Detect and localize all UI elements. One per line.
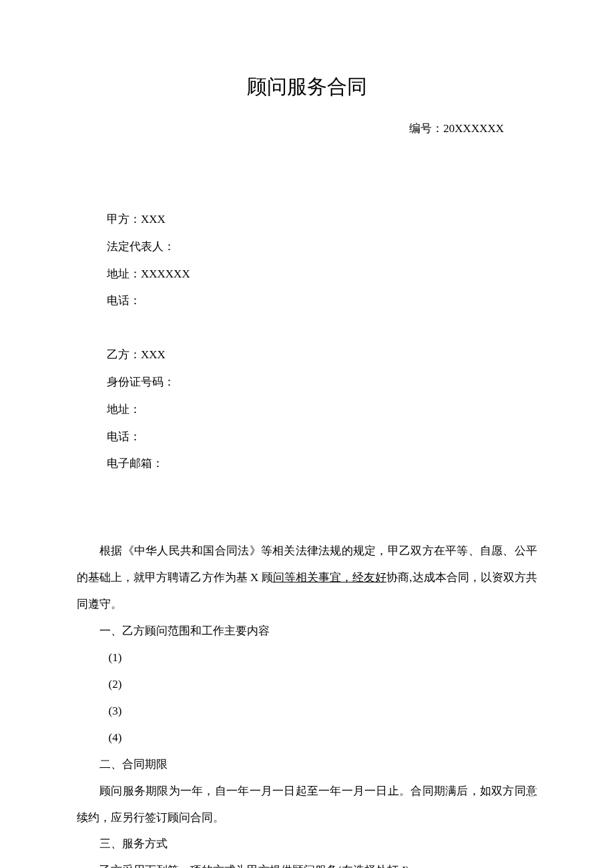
section-2-body: 顾问服务期限为一年，自一年一月一日起至一年一月一日止。合同期满后，如双方同意续约… (77, 778, 537, 831)
party-a-name: 甲方：XXX (77, 206, 537, 234)
section-1-item-1: (1) (77, 644, 537, 671)
party-b-name-label: 乙方： (107, 348, 141, 361)
party-a-addr-label: 地址： (107, 268, 141, 280)
party-a-addr-value: XXXXXX (141, 268, 190, 280)
party-b-id: 身份证号码： (77, 369, 537, 396)
party-b-email-label: 电子邮箱： (107, 457, 164, 470)
party-b-phone: 电话： (77, 424, 537, 451)
party-b-block: 乙方：XXX 身份证号码： 地址： 电话： 电子邮箱： (77, 342, 537, 478)
number-value: 20XXXXXX (443, 122, 504, 135)
section-1-item-2: (2) (77, 671, 537, 698)
party-a-rep: 法定代表人： (77, 234, 537, 261)
section-1-item-4: (4) (77, 725, 537, 751)
party-b-id-label: 身份证号码： (107, 376, 175, 388)
party-a-addr: 地址：XXXXXX (77, 261, 537, 288)
document-title: 顾问服务合同 (77, 73, 537, 101)
party-a-phone-label: 电话： (107, 294, 141, 307)
contract-body: 根据《中华人民共和国合同法》等相关法律法规的规定，甲乙双方在平等、自愿、公平的基… (77, 538, 537, 868)
party-b-name-value: XXX (141, 348, 166, 361)
section-1-item-3: (3) (77, 698, 537, 725)
section-1-heading: 一、乙方顾问范围和工作主要内容 (77, 618, 537, 644)
party-b-addr: 地址： (77, 396, 537, 424)
party-a-name-value: XXX (141, 213, 166, 226)
number-label: 编号： (409, 122, 443, 135)
party-a-block: 甲方：XXX 法定代表人： 地址：XXXXXX 电话： (77, 206, 537, 315)
section-3-heading: 三、服务方式 (77, 831, 537, 857)
section-3-body: 乙方采用下列第一项的方式为甲方提供顾问服务(在选择处打 J)： (77, 857, 537, 868)
party-b-email: 电子邮箱： (77, 450, 537, 478)
party-b-name: 乙方：XXX (77, 342, 537, 369)
party-b-addr-label: 地址： (107, 403, 141, 416)
party-a-rep-label: 法定代表人： (107, 240, 175, 253)
party-a-phone: 电话： (77, 288, 537, 315)
section-2-heading: 二、合同期限 (77, 751, 537, 778)
document-number: 编号：20XXXXXX (77, 121, 537, 136)
intro-paragraph: 根据《中华人民共和国合同法》等相关法律法规的规定，甲乙双方在平等、自愿、公平的基… (77, 538, 537, 618)
party-a-name-label: 甲方： (107, 213, 141, 226)
party-b-phone-label: 电话： (107, 430, 141, 443)
intro-underlined: 问等相关事宜，经友好 (273, 571, 386, 584)
